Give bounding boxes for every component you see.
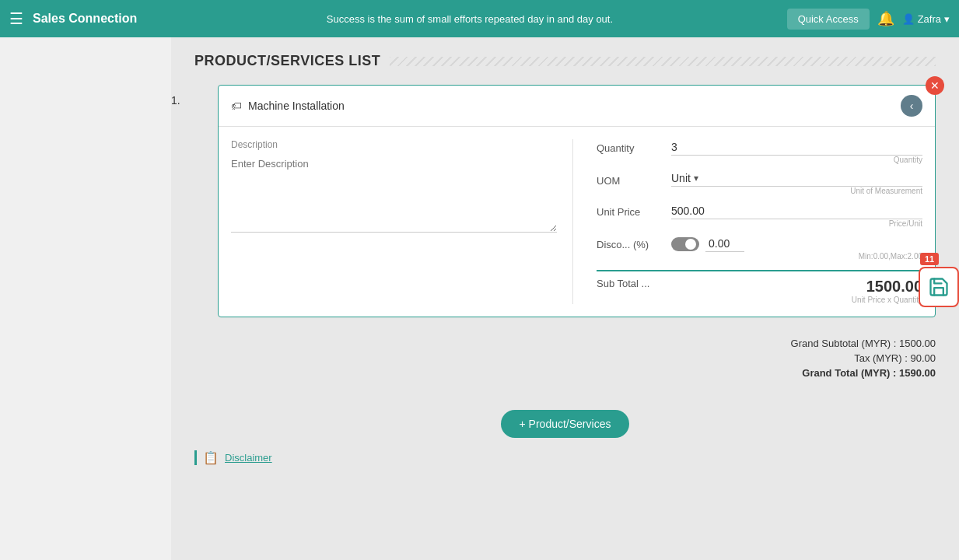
notification-icon[interactable]: 🔔	[877, 10, 894, 27]
sidebar	[0, 37, 171, 560]
title-divider	[390, 57, 936, 66]
grand-subtotal-line: Grand Subtotal (MYR) : 1500.00	[194, 338, 936, 349]
grand-subtotal-value: 1500.00	[899, 338, 936, 349]
main-layout: PRODUCT/SERVICES LIST 1. ✕ 🏷 Machine Ins…	[0, 37, 959, 560]
disclaimer-icon: 📋	[203, 450, 219, 465]
description-input[interactable]	[231, 155, 557, 233]
subtotal-hint: Unit Price x Quantity	[671, 296, 922, 304]
user-name: Zafra	[918, 13, 941, 25]
toggle-knob	[685, 239, 696, 250]
brand-name: Sales Connection	[33, 12, 137, 26]
uom-label: UOM	[597, 172, 659, 187]
uom-value: Unit	[671, 172, 691, 184]
quantity-label: Quantity	[597, 139, 659, 154]
card-body: Description Quantity 3 Quantity	[219, 127, 935, 317]
tax-label: Tax (MYR) :	[854, 352, 908, 364]
quantity-hint: Quantity	[671, 156, 922, 164]
tag-icon: 🏷	[231, 100, 242, 112]
product-list: 1. ✕ 🏷 Machine Installation ‹ Descriptio…	[194, 85, 936, 317]
uom-hint: Unit of Measurement	[671, 187, 922, 195]
unit-price-wrap: 500.00 Price/Unit	[671, 203, 922, 228]
tax-line: Tax (MYR) : 90.00	[194, 352, 936, 364]
subtotal-value-wrap: 1500.00 Unit Price x Quantity	[671, 278, 922, 304]
uom-dropdown-icon: ▾	[694, 173, 698, 184]
grand-total-value: 1590.00	[899, 367, 936, 379]
discount-label: Disco... (%)	[597, 236, 659, 250]
description-label: Description	[231, 139, 557, 150]
badge-count: 11	[920, 253, 939, 265]
unit-price-hint: Price/Unit	[671, 219, 922, 228]
disclaimer-link[interactable]: Disclaimer	[225, 452, 272, 464]
uom-wrap: Unit ▾ Unit of Measurement	[671, 172, 922, 195]
uom-row: UOM Unit ▾ Unit of Measurement	[597, 172, 922, 195]
remove-button[interactable]: ✕	[926, 76, 944, 95]
save-button[interactable]	[919, 267, 959, 307]
item-number: 1.	[171, 94, 180, 107]
subtotal-amount: 1500.00	[671, 278, 922, 296]
menu-icon[interactable]: ☰	[9, 9, 23, 28]
collapse-button[interactable]: ‹	[901, 95, 922, 117]
discount-toggle[interactable]	[671, 237, 699, 251]
product-name: Machine Installation	[248, 100, 345, 112]
header-actions: Quick Access 🔔 👤 Zafra ▾	[787, 9, 950, 30]
discount-wrap: 0.00 Min:0.00,Max:2.00	[671, 236, 922, 261]
user-icon: 👤	[902, 13, 915, 25]
user-info[interactable]: 👤 Zafra ▾	[902, 13, 950, 25]
card-left: Description	[231, 139, 573, 304]
discount-value[interactable]: 0.00	[705, 236, 744, 252]
discount-row: Disco... (%) 0.00 Min:0.00,Max:2.00	[597, 236, 922, 261]
unit-price-label: Unit Price	[597, 203, 659, 218]
discount-hint: Min:0.00,Max:2.00	[671, 252, 922, 261]
save-icon	[928, 276, 950, 298]
disclaimer-row: 📋 Disclaimer	[194, 450, 936, 465]
quick-access-button[interactable]: Quick Access	[787, 9, 870, 30]
card-header-left: 🏷 Machine Installation	[231, 100, 345, 112]
content-area: PRODUCT/SERVICES LIST 1. ✕ 🏷 Machine Ins…	[171, 37, 959, 560]
subtotal-row: Sub Total ... 1500.00 Unit Price x Quant…	[597, 278, 922, 304]
totals-section: Grand Subtotal (MYR) : 1500.00 Tax (MYR)…	[194, 330, 936, 397]
header: ☰ Sales Connection Success is the sum of…	[0, 0, 959, 37]
card-header: 🏷 Machine Installation ‹	[219, 86, 935, 127]
subtotal-divider	[597, 270, 922, 271]
discount-controls: 0.00	[671, 236, 922, 252]
floating-save-badge: 11	[919, 253, 959, 307]
page-title: PRODUCT/SERVICES LIST	[194, 53, 380, 69]
grand-total-line: Grand Total (MYR) : 1590.00	[194, 367, 936, 379]
unit-price-value[interactable]: 500.00	[671, 203, 922, 219]
grand-subtotal-label: Grand Subtotal (MYR) :	[791, 338, 897, 349]
quantity-wrap: 3 Quantity	[671, 139, 922, 164]
grand-total-label: Grand Total (MYR) :	[802, 367, 896, 379]
add-product-button[interactable]: + Product/Services	[501, 410, 630, 438]
card-right: Quantity 3 Quantity UOM Unit	[589, 139, 922, 304]
unit-price-row: Unit Price 500.00 Price/Unit	[597, 203, 922, 228]
header-motto: Success is the sum of small efforts repe…	[152, 13, 786, 25]
page-title-row: PRODUCT/SERVICES LIST	[194, 53, 936, 69]
product-card: ✕ 🏷 Machine Installation ‹ Description	[218, 85, 936, 317]
quantity-row: Quantity 3 Quantity	[597, 139, 922, 164]
uom-select[interactable]: Unit ▾	[671, 172, 922, 187]
chevron-down-icon: ▾	[944, 13, 950, 25]
subtotal-label: Sub Total ...	[597, 278, 659, 289]
tax-value: 90.00	[910, 352, 936, 364]
quantity-value[interactable]: 3	[671, 139, 922, 156]
